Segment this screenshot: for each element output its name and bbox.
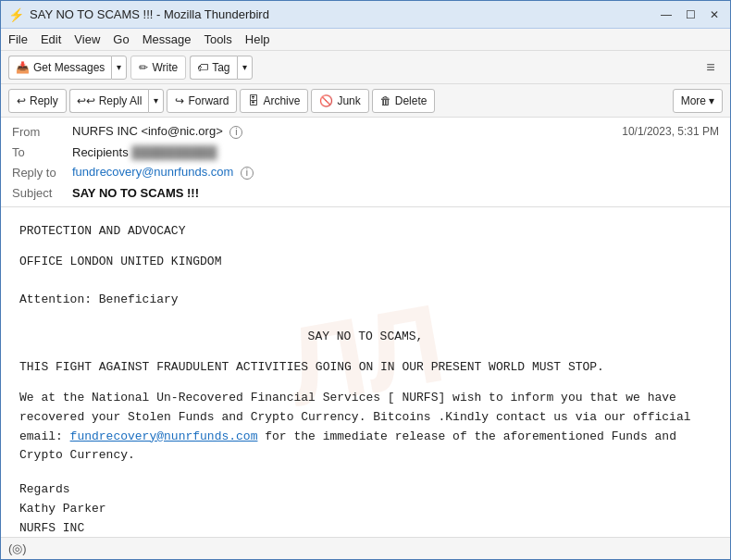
to-row: To Recipients ██████████: [12, 142, 719, 162]
more-label: More: [681, 94, 706, 107]
from-value: NURFS INC <info@nic.org> i: [72, 124, 622, 139]
from-row: From NURFS INC <info@nic.org> i 10/1/202…: [12, 121, 719, 142]
toolbar: 📥 Get Messages ▾ ✏ Write 🏷 Tag ▾ ≡: [1, 51, 730, 84]
to-blurred: ██████████: [131, 145, 217, 159]
main-window: ⚡ SAY NO TO SCAMS !!! - Mozilla Thunderb…: [0, 0, 731, 560]
reply-all-arrow-icon: ▾: [154, 95, 158, 106]
junk-label: Junk: [337, 94, 360, 107]
tag-dropdown[interactable]: ▾: [237, 56, 253, 80]
hamburger-menu-button[interactable]: ≡: [699, 56, 723, 80]
sender-org: NURFS INC: [19, 519, 712, 537]
sender-name: Kathy Parker: [19, 500, 712, 519]
close-button[interactable]: ✕: [706, 6, 723, 23]
to-value: Recipients ██████████: [72, 145, 719, 159]
app-icon: ⚡: [8, 7, 24, 22]
get-messages-icon: 📥: [16, 61, 30, 74]
menu-tools[interactable]: Tools: [204, 32, 231, 46]
window-title: SAY NO TO SCAMS !!! - Mozilla Thunderbir…: [30, 7, 269, 21]
more-button[interactable]: More ▾: [673, 89, 723, 113]
reply-all-icon: ↩↩: [77, 94, 95, 107]
protection-advocacy-text: PROTECTION AND ADVOCACY: [19, 224, 185, 238]
status-bar: (◎): [1, 537, 730, 559]
tag-split: 🏷 Tag ▾: [190, 56, 252, 80]
menu-edit[interactable]: Edit: [41, 32, 61, 46]
office-london-text: OFFICE LONDON UNITED KINGDOM: [19, 255, 221, 268]
more-arrow-icon: ▾: [709, 94, 714, 107]
subject-row: Subject SAY NO TO SCAMS !!!: [12, 182, 719, 203]
maximize-button[interactable]: ☐: [682, 6, 699, 23]
subject-label: Subject: [12, 186, 72, 200]
body-attention: Attention: Beneficiary: [19, 291, 712, 310]
to-recipients: Recipients: [72, 145, 129, 159]
regards-text: Regards: [19, 480, 712, 500]
write-label: Write: [152, 61, 178, 74]
get-messages-button[interactable]: 📥 Get Messages: [8, 56, 111, 80]
reply-all-label: Reply All: [99, 94, 142, 107]
minimize-button[interactable]: —: [658, 6, 675, 23]
from-name: NURFS INC: [72, 124, 141, 138]
archive-icon: 🗄: [248, 94, 259, 107]
tag-label: Tag: [212, 61, 229, 74]
get-messages-split: 📥 Get Messages ▾: [8, 56, 127, 80]
reply-all-split: ↩↩ Reply All ▾: [69, 89, 165, 113]
title-bar-controls: — ☐ ✕: [658, 6, 723, 23]
reply-to-email[interactable]: fundrecovery@nunrfunds.com: [72, 165, 233, 179]
email-date: 10/1/2023, 5:31 PM: [622, 125, 719, 138]
to-label: To: [12, 145, 72, 159]
email-header: From NURFS INC <info@nic.org> i 10/1/202…: [1, 118, 730, 207]
action-bar: ↩ Reply ↩↩ Reply All ▾ ↪ Forward 🗄 Archi…: [1, 84, 730, 118]
write-icon: ✏: [139, 61, 148, 74]
junk-button[interactable]: 🚫 Junk: [311, 89, 368, 113]
email-body: ЛЛ PROTECTION AND ADVOCACY OFFICE LONDON…: [1, 207, 730, 537]
reply-label: Reply: [30, 94, 58, 107]
title-bar: ⚡ SAY NO TO SCAMS !!! - Mozilla Thunderb…: [1, 1, 730, 29]
forward-button[interactable]: ↪ Forward: [167, 89, 237, 113]
body-line1: PROTECTION AND ADVOCACY: [19, 222, 712, 242]
menu-message[interactable]: Message: [142, 32, 192, 46]
delete-icon: 🗑: [380, 94, 391, 107]
forward-label: Forward: [188, 94, 229, 107]
body-line2: OFFICE LONDON UNITED KINGDOM: [19, 253, 712, 272]
delete-button[interactable]: 🗑 Delete: [372, 89, 436, 113]
fight-text: THIS FIGHT AGAINST FRAUDULENT ACTIVITIES…: [19, 360, 604, 374]
subject-value: SAY NO TO SCAMS !!!: [72, 186, 719, 200]
archive-label: Archive: [263, 94, 300, 107]
menu-file[interactable]: File: [8, 32, 28, 46]
email-content: PROTECTION AND ADVOCACY OFFICE LONDON UN…: [19, 222, 712, 537]
archive-button[interactable]: 🗄 Archive: [240, 89, 308, 113]
say-no-heading: SAY NO TO SCAMS,: [308, 330, 424, 343]
from-info-icon[interactable]: i: [229, 126, 242, 139]
menu-view[interactable]: View: [74, 32, 100, 46]
status-icon: (◎): [8, 541, 27, 555]
get-messages-dropdown[interactable]: ▾: [111, 56, 127, 80]
menu-bar: File Edit View Go Message Tools Help: [1, 29, 730, 51]
para2-email-link[interactable]: fundrecovery@nunrfunds.com: [70, 429, 258, 443]
junk-icon: 🚫: [319, 94, 333, 107]
reply-to-value: fundrecovery@nunrfunds.com i: [72, 165, 719, 180]
menu-go[interactable]: Go: [113, 32, 129, 46]
from-label: From: [12, 125, 72, 139]
tag-button[interactable]: 🏷 Tag: [190, 56, 236, 80]
body-para2: We at the National Un-Recovered Financia…: [19, 389, 712, 466]
title-bar-left: ⚡ SAY NO TO SCAMS !!! - Mozilla Thunderb…: [8, 7, 269, 22]
tag-icon: 🏷: [197, 61, 208, 74]
body-para1: THIS FIGHT AGAINST FRAUDULENT ACTIVITIES…: [19, 358, 712, 378]
attention-text: Attention: Beneficiary: [19, 292, 179, 306]
reply-icon: ↩: [17, 94, 26, 107]
from-email: <info@nic.org>: [141, 124, 222, 138]
reply-all-dropdown[interactable]: ▾: [148, 89, 164, 113]
reply-to-label: Reply to: [12, 166, 72, 180]
get-messages-label: Get Messages: [33, 61, 105, 74]
dropdown-arrow-icon: ▾: [117, 62, 121, 72]
body-regards: Regards Kathy Parker NURFS INC: [19, 480, 712, 537]
reply-to-info-icon[interactable]: i: [241, 167, 254, 180]
write-button[interactable]: ✏ Write: [130, 56, 186, 80]
reply-button[interactable]: ↩ Reply: [8, 89, 67, 113]
menu-help[interactable]: Help: [245, 32, 270, 46]
reply-to-row: Reply to fundrecovery@nunrfunds.com i: [12, 162, 719, 182]
reply-all-button[interactable]: ↩↩ Reply All: [69, 89, 149, 113]
delete-label: Delete: [395, 94, 427, 107]
tag-dropdown-arrow-icon: ▾: [242, 62, 247, 72]
forward-icon: ↪: [175, 94, 184, 107]
body-heading: SAY NO TO SCAMS,: [19, 328, 712, 347]
